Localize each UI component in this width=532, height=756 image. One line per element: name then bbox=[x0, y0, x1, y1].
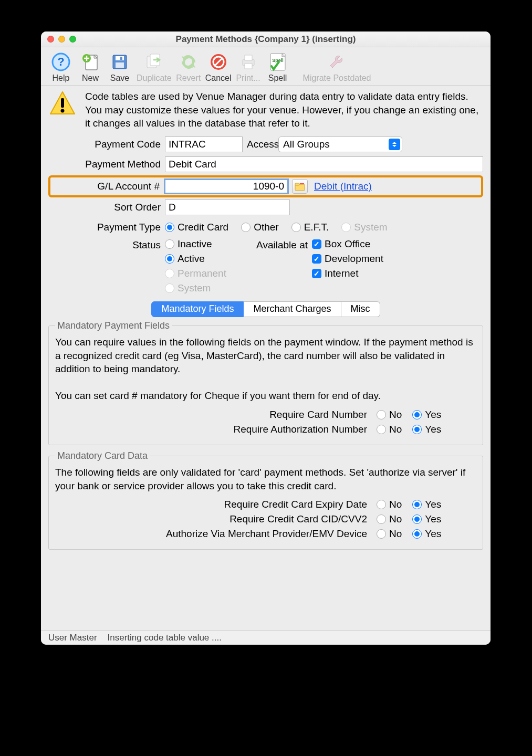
require-cvv-label: Require Credit Card CID/CVV2 bbox=[230, 513, 367, 525]
require-card-number-yes-radio[interactable]: Yes bbox=[412, 409, 441, 421]
require-cvv-no-radio[interactable]: No bbox=[377, 513, 402, 525]
svg-rect-15 bbox=[245, 64, 252, 69]
payment-method-input[interactable] bbox=[165, 156, 483, 172]
new-icon bbox=[80, 51, 101, 72]
description-text: Code tables are used by Venue Manager du… bbox=[85, 90, 483, 130]
duplicate-button: Duplicate bbox=[134, 50, 174, 84]
require-auth-number-label: Require Authorization Number bbox=[233, 424, 367, 435]
mandatory-card-data-group: Mandatory Card Data The following fields… bbox=[48, 450, 483, 550]
folder-icon bbox=[295, 182, 305, 191]
svg-rect-5 bbox=[116, 56, 124, 60]
svg-rect-18 bbox=[61, 98, 64, 108]
payment-code-input[interactable] bbox=[165, 136, 243, 152]
duplicate-icon bbox=[143, 51, 164, 72]
content-area: Code tables are used by Venue Manager du… bbox=[41, 86, 491, 630]
wrench-icon bbox=[327, 51, 348, 72]
migrate-postdated-button: Migrate Postdated bbox=[293, 50, 382, 84]
new-button[interactable]: New bbox=[76, 50, 105, 84]
revert-button: Revert bbox=[174, 50, 203, 84]
titlebar: Payment Methods {Company 1} (inserting) bbox=[41, 32, 491, 47]
revert-icon bbox=[178, 51, 199, 72]
payment-methods-window: Payment Methods {Company 1} (inserting) … bbox=[41, 32, 491, 645]
payment-type-system-radio: System bbox=[341, 222, 387, 233]
gl-account-input[interactable] bbox=[164, 178, 289, 194]
require-cvv-yes-radio[interactable]: Yes bbox=[412, 513, 441, 525]
status-inactive-radio[interactable]: Inactive bbox=[165, 238, 254, 250]
svg-text:?: ? bbox=[57, 55, 64, 68]
tab-merchant-charges[interactable]: Merchant Charges bbox=[244, 301, 341, 317]
status-bar: User Master Inserting code table value .… bbox=[41, 630, 491, 645]
payment-code-label: Payment Code bbox=[48, 139, 165, 150]
available-box-office-checkbox[interactable]: Box Office bbox=[312, 238, 383, 250]
authorize-merchant-label: Authorize Via Merchant Provider/EMV Devi… bbox=[166, 528, 367, 540]
require-expiry-label: Require Credit Card Expiry Date bbox=[224, 499, 367, 510]
require-card-number-label: Require Card Number bbox=[269, 409, 367, 421]
payment-type-eft-radio[interactable]: E.F.T. bbox=[291, 222, 329, 233]
save-button[interactable]: Save bbox=[105, 50, 134, 84]
available-development-checkbox[interactable]: Development bbox=[312, 253, 383, 265]
window-title: Payment Methods {Company 1} (inserting) bbox=[41, 34, 491, 45]
gl-account-highlight: G/L Account # Debit (Intrac) bbox=[48, 175, 483, 197]
require-expiry-no-radio[interactable]: No bbox=[377, 499, 402, 510]
mandatory-card-desc: The following fields are only validated … bbox=[55, 466, 476, 492]
svg-rect-14 bbox=[245, 55, 252, 60]
tab-bar: Mandatory Fields Merchant Charges Misc bbox=[48, 301, 483, 317]
access-label: Access bbox=[247, 139, 278, 150]
payment-type-other-radio[interactable]: Other bbox=[241, 222, 279, 233]
status-message: Inserting code table value .... bbox=[108, 633, 222, 643]
require-expiry-yes-radio[interactable]: Yes bbox=[412, 499, 441, 510]
print-button: Print... bbox=[234, 50, 263, 84]
cancel-icon bbox=[208, 51, 229, 72]
mandatory-payment-legend: Mandatory Payment Fields bbox=[55, 320, 172, 331]
save-icon bbox=[109, 51, 130, 72]
gl-account-label: G/L Account # bbox=[50, 181, 164, 192]
spell-icon: Spell bbox=[267, 51, 288, 72]
spell-button[interactable]: Spell Spell bbox=[263, 50, 293, 84]
status-user: User Master bbox=[48, 633, 97, 643]
mandatory-payment-fields-group: Mandatory Payment Fields You can require… bbox=[48, 320, 483, 445]
authorize-merchant-no-radio[interactable]: No bbox=[377, 528, 402, 540]
svg-rect-7 bbox=[120, 57, 122, 60]
available-at-label: Available at bbox=[254, 238, 312, 294]
chevron-updown-icon bbox=[389, 139, 400, 150]
warning-icon bbox=[48, 90, 77, 118]
require-auth-number-yes-radio[interactable]: Yes bbox=[412, 424, 441, 435]
status-active-radio[interactable]: Active bbox=[165, 253, 254, 265]
mandatory-card-legend: Mandatory Card Data bbox=[55, 450, 150, 461]
print-icon bbox=[238, 51, 259, 72]
access-select[interactable]: All Groups bbox=[278, 136, 402, 152]
status-permanent-radio: Permanent bbox=[165, 268, 254, 279]
svg-rect-6 bbox=[116, 62, 124, 68]
available-internet-checkbox[interactable]: Internet bbox=[312, 268, 383, 279]
mandatory-payment-desc: You can require values in the following … bbox=[55, 335, 476, 403]
svg-point-19 bbox=[61, 109, 65, 113]
tab-mandatory-fields[interactable]: Mandatory Fields bbox=[151, 301, 244, 317]
sort-order-input[interactable] bbox=[165, 200, 290, 215]
require-card-number-no-radio[interactable]: No bbox=[377, 409, 402, 421]
cancel-button[interactable]: Cancel bbox=[203, 50, 234, 84]
svg-rect-21 bbox=[295, 183, 299, 185]
require-auth-number-no-radio[interactable]: No bbox=[377, 424, 402, 435]
sort-order-label: Sort Order bbox=[48, 202, 165, 213]
help-button[interactable]: ? Help bbox=[46, 50, 76, 84]
gl-lookup-button[interactable] bbox=[292, 179, 308, 194]
gl-account-link[interactable]: Debit (Intrac) bbox=[314, 181, 372, 192]
authorize-merchant-yes-radio[interactable]: Yes bbox=[412, 528, 441, 540]
status-system-radio: System bbox=[165, 282, 254, 294]
status-label: Status bbox=[48, 238, 165, 251]
payment-type-label: Payment Type bbox=[48, 222, 165, 233]
payment-type-credit-card-radio[interactable]: Credit Card bbox=[165, 222, 228, 233]
payment-method-label: Payment Method bbox=[48, 159, 165, 170]
toolbar: ? Help New Save Duplicate Rever bbox=[41, 47, 491, 86]
help-icon: ? bbox=[50, 51, 71, 72]
tab-misc[interactable]: Misc bbox=[341, 301, 380, 317]
